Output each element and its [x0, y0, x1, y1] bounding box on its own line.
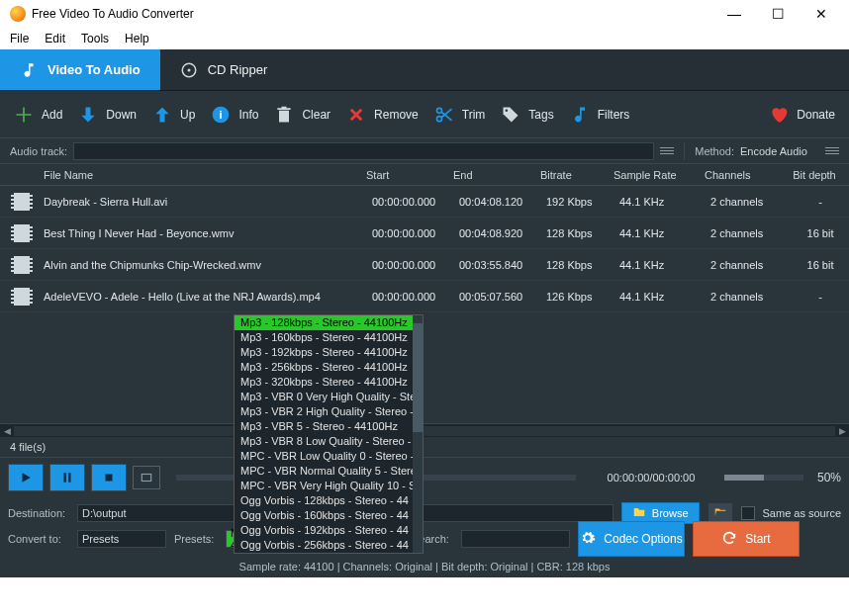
trim-button[interactable]: Trim	[434, 105, 486, 125]
method-menu-icon[interactable]	[825, 147, 839, 154]
file-end: 00:04:08.120	[459, 196, 546, 208]
file-channels: 2 channels	[705, 196, 792, 208]
preset-dropdown-popup[interactable]: Mp3 - 128kbps - Stereo - 44100HzMp3 - 16…	[234, 314, 424, 554]
method-value[interactable]: Encode Audio	[740, 145, 819, 157]
scroll-right-icon[interactable]: ▶	[835, 424, 849, 438]
file-start: 00:00:00.000	[372, 196, 459, 208]
file-end: 00:03:55.840	[459, 259, 546, 271]
file-channels: 2 channels	[705, 227, 792, 239]
tags-button[interactable]: Tags	[501, 105, 553, 125]
remove-button[interactable]: Remove	[346, 105, 419, 125]
volume-slider[interactable]	[724, 475, 803, 481]
disc-icon	[180, 61, 198, 79]
file-samplerate: 44.1 KHz	[619, 227, 705, 239]
close-button[interactable]: ✕	[809, 6, 833, 22]
film-icon	[0, 288, 44, 306]
tab-cd-label: CD Ripper	[208, 62, 268, 77]
col-samplerate[interactable]: Sample Rate	[613, 169, 699, 181]
preset-option[interactable]: Mp3 - VBR 2 High Quality - Stereo -	[235, 404, 423, 419]
menu-help[interactable]: Help	[125, 32, 149, 45]
preset-option[interactable]: Mp3 - 320kbps - Stereo - 44100Hz	[235, 375, 423, 390]
scroll-left-icon[interactable]: ◀	[0, 424, 14, 438]
preset-option[interactable]: Mp3 - VBR 5 - Stereo - 44100Hz	[235, 419, 423, 434]
preset-option[interactable]: Mp3 - 192kbps - Stereo - 44100Hz	[235, 345, 423, 360]
col-start[interactable]: Start	[366, 169, 453, 181]
clear-button[interactable]: Clear	[274, 105, 330, 125]
col-filename[interactable]: File Name	[44, 169, 366, 181]
plus-icon	[14, 105, 34, 125]
file-bitdepth: 16 bit	[792, 259, 849, 271]
tab-video-to-audio[interactable]: Video To Audio	[0, 49, 160, 90]
file-row[interactable]: AdeleVEVO - Adele - Hello (Live at the N…	[0, 281, 849, 312]
preset-option[interactable]: Mp3 - 256kbps - Stereo - 44100Hz	[235, 360, 423, 375]
preset-option[interactable]: MPC - VBR Low Quality 0 - Stereo -	[235, 449, 423, 464]
volume-percent: 50%	[817, 471, 841, 484]
menubar: File Edit Tools Help	[0, 28, 849, 49]
preset-option[interactable]: MPC - VBR Normal Quality 5 - Stere	[235, 464, 423, 479]
start-button[interactable]: Start	[693, 521, 800, 557]
up-button[interactable]: Up	[152, 105, 195, 125]
preset-option[interactable]: Mp3 - VBR 8 Low Quality - Stereo -	[235, 434, 423, 449]
destination-label: Destination:	[8, 507, 69, 519]
file-bitrate: 128 Kbps	[546, 259, 619, 271]
codec-options-button[interactable]: Codec Options	[578, 521, 685, 557]
info-button[interactable]: iInfo	[211, 105, 258, 125]
file-row[interactable]: Alvin and the Chipmunks Chip-Wrecked.wmv…	[0, 249, 849, 281]
filters-button[interactable]: Filters	[570, 105, 630, 125]
audio-track-field[interactable]	[73, 142, 654, 160]
scissors-icon	[434, 105, 454, 125]
preset-option[interactable]: Mp3 - 128kbps - Stereo - 44100Hz	[235, 315, 423, 330]
svg-point-4	[436, 108, 441, 113]
menu-tools[interactable]: Tools	[81, 32, 109, 45]
add-button[interactable]: Add	[14, 105, 62, 125]
menu-edit[interactable]: Edit	[45, 32, 65, 45]
maximize-button[interactable]: ☐	[766, 6, 790, 22]
col-channels[interactable]: Channels	[699, 169, 786, 181]
stop-button[interactable]	[91, 464, 127, 491]
preset-option[interactable]: MPC - VBR Very High Quality 10 - St	[235, 479, 423, 493]
audio-track-menu-icon[interactable]	[660, 147, 674, 154]
col-bitdepth[interactable]: Bit depth	[786, 169, 843, 181]
preset-option[interactable]: Ogg Vorbis - 256kbps - Stereo - 44	[235, 538, 423, 553]
tab-cd-ripper[interactable]: CD Ripper	[160, 49, 288, 90]
preset-option[interactable]: Mp3 - VBR 0 Very High Quality - Ste	[235, 390, 423, 404]
col-bitrate[interactable]: Bitrate	[540, 169, 613, 181]
time-display: 00:00:00/00:00:00	[592, 472, 710, 484]
preset-option[interactable]: Ogg Vorbis - 192kbps - Stereo - 44	[235, 523, 423, 538]
folder-icon	[632, 505, 646, 521]
file-end: 00:04:08.920	[459, 227, 546, 239]
scroll-track[interactable]	[14, 426, 835, 436]
svg-point-6	[506, 109, 508, 112]
preset-option[interactable]: Ogg Vorbis - 160kbps - Stereo - 44	[235, 508, 423, 523]
dropdown-scrollbar[interactable]	[413, 315, 423, 553]
x-icon	[346, 105, 366, 125]
search-field[interactable]	[461, 530, 570, 548]
horizontal-scrollbar[interactable]: ◀ ▶	[0, 423, 849, 437]
donate-button[interactable]: Donate	[769, 105, 835, 125]
minimize-button[interactable]: —	[722, 6, 746, 22]
menu-file[interactable]: File	[10, 32, 29, 45]
file-row[interactable]: Daybreak - Sierra Hull.avi 00:00:00.000 …	[0, 186, 849, 218]
convert-to-field[interactable]: Presets	[77, 530, 166, 548]
loop-button[interactable]	[133, 466, 160, 489]
trash-icon	[274, 105, 294, 125]
pause-button[interactable]	[49, 464, 85, 491]
convert-row: Convert to: Presets Presets: Mp3 - 128kb…	[8, 526, 841, 552]
file-count: 4 file(s)	[10, 441, 46, 453]
col-end[interactable]: End	[453, 169, 540, 181]
main-tabs: Video To Audio CD Ripper	[0, 49, 849, 91]
file-row[interactable]: Best Thing I Never Had - Beyonce.wmv 00:…	[0, 218, 849, 249]
tab-video-label: Video To Audio	[47, 62, 141, 77]
window-title: Free Video To Audio Converter	[32, 7, 722, 21]
play-button[interactable]	[8, 464, 44, 491]
preset-option[interactable]: Ogg Vorbis - 128kbps - Stereo - 44	[235, 493, 423, 508]
file-name: Best Thing I Never Had - Beyonce.wmv	[44, 227, 372, 239]
scrollbar-thumb[interactable]	[413, 323, 423, 432]
file-name: AdeleVEVO - Adele - Hello (Live at the N…	[44, 291, 372, 303]
preset-option[interactable]: Mp3 - 160kbps - Stereo - 44100Hz	[235, 330, 423, 345]
down-button[interactable]: Down	[78, 105, 137, 125]
same-as-source-checkbox[interactable]	[741, 506, 755, 520]
player: 00:00:00/00:00:00 50%	[0, 457, 849, 496]
file-start: 00:00:00.000	[372, 259, 459, 271]
file-bitdepth: -	[792, 291, 849, 303]
